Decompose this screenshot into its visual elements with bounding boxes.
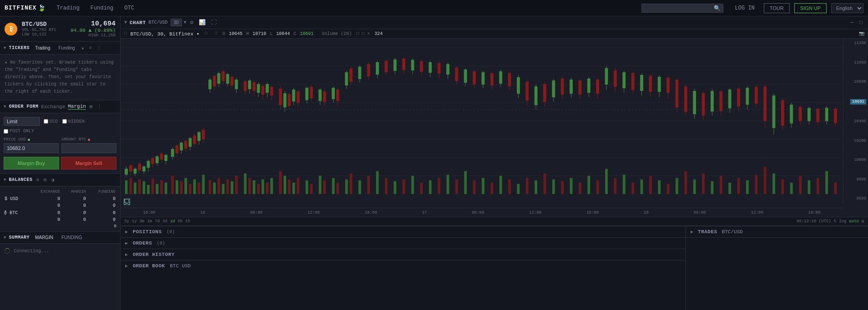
svg-rect-78 <box>570 178 573 194</box>
language-select[interactable]: English <box>831 3 863 13</box>
margin-buy-button[interactable]: Margin Buy <box>4 157 59 170</box>
tickers-trading-tab[interactable]: Trading <box>32 45 53 51</box>
post-only-input[interactable] <box>4 129 8 134</box>
svg-rect-56 <box>376 171 379 194</box>
chart-pair-select[interactable]: BTC/USD, 30, Bitfinex ▾ <box>130 31 199 37</box>
summary-margin-tab[interactable]: MARGIN <box>32 234 56 241</box>
time-range-7d[interactable]: 7d <box>155 219 160 224</box>
order-form-grid-icon[interactable]: ⊞ <box>89 103 94 110</box>
ohlc-h-label: H <box>246 31 249 36</box>
btc-exchange: 0 <box>28 209 61 216</box>
chart-footer-settings-icon[interactable]: ⚙ <box>862 219 864 224</box>
chart-canvas: 11200 11000 10800 10691 10400 10200 1000… <box>121 39 868 217</box>
exchange-tab[interactable]: Exchange <box>41 104 65 110</box>
chart-auto-btn[interactable]: auto <box>849 219 859 224</box>
time-label-4: 12:00 <box>308 210 320 215</box>
trades-arrow-icon: ▶ <box>691 229 693 235</box>
chart-pct-btn[interactable]: % <box>834 219 836 224</box>
ohlc-l-val: 10644 <box>276 31 290 36</box>
balances-list-icon[interactable]: ≡ <box>35 176 40 184</box>
tickers-menu-icon[interactable]: ⋮ <box>96 44 102 52</box>
usd-exchange: 0 <box>28 195 61 202</box>
svg-rect-252 <box>587 79 590 92</box>
time-range-1h[interactable]: 1h <box>186 219 191 224</box>
svg-rect-100 <box>764 167 767 194</box>
summary-body: Connecting... <box>0 244 120 258</box>
chart-settings-icon[interactable]: ⚙ <box>188 18 195 27</box>
btc2-margin: 0 <box>61 216 87 223</box>
login-button[interactable]: LOG IN <box>731 3 759 13</box>
summary-arrow-icon: ▼ <box>4 235 6 240</box>
svg-rect-154 <box>226 74 229 83</box>
svg-rect-88 <box>658 180 661 194</box>
svg-rect-142 <box>197 132 200 140</box>
svg-rect-136 <box>184 141 187 148</box>
svg-rect-238 <box>526 82 529 100</box>
svg-rect-176 <box>283 94 286 107</box>
balances-col-margin: MARGIN <box>61 188 87 195</box>
svg-rect-288 <box>746 88 749 105</box>
hidden-input[interactable] <box>62 119 67 124</box>
svg-rect-64 <box>447 175 449 194</box>
svg-rect-106 <box>817 178 819 194</box>
svg-rect-188 <box>319 90 322 101</box>
chart-camera-icon[interactable]: 📷 <box>859 31 864 36</box>
positions-count: (0) <box>167 230 175 235</box>
margin-tab[interactable]: Margin <box>68 104 86 110</box>
svg-rect-166 <box>257 85 260 93</box>
svg-rect-70 <box>500 176 502 194</box>
summary-funding-tab[interactable]: FUNDING <box>59 234 85 241</box>
oco-input[interactable] <box>44 119 48 124</box>
svg-rect-282 <box>720 92 722 111</box>
chart-maximize-icon[interactable]: □ <box>858 19 864 27</box>
positions-title: POSITIONS <box>133 229 162 235</box>
time-label-7: 06:00 <box>472 210 484 215</box>
chart-minimize-icon[interactable]: — <box>849 19 856 27</box>
nav-trading[interactable]: Trading <box>55 4 81 12</box>
time-range-1d[interactable]: 1d <box>170 219 175 224</box>
oco-label: OCO <box>50 119 58 124</box>
svg-rect-75 <box>544 174 546 194</box>
chart-eye-icon[interactable]: □ <box>203 30 209 37</box>
chart-interval-btn[interactable]: 30 <box>171 19 182 26</box>
chart-log-btn[interactable]: log <box>839 219 846 224</box>
order-form-menu-icon[interactable]: ⋮ <box>96 103 103 110</box>
tickers-funding-tab[interactable]: Funding <box>56 45 77 51</box>
tour-button[interactable]: TOUR <box>764 3 790 13</box>
tickers-star-icon[interactable]: ★ <box>81 44 86 52</box>
nav-funding[interactable]: Funding <box>89 4 115 12</box>
svg-rect-132 <box>176 145 178 153</box>
svg-rect-308 <box>834 109 837 123</box>
volume-section: Volume (20) □ □ ☓ 324 <box>322 31 383 36</box>
time-range-6h[interactable]: 6h <box>178 219 183 224</box>
balances-grid-icon[interactable]: ⊟ <box>43 176 48 184</box>
price-level-current: 10691 <box>845 99 866 105</box>
chart-fullscreen-icon[interactable]: ⛶ <box>209 18 218 27</box>
svg-rect-160 <box>244 82 247 91</box>
usd-margin: 0 <box>61 195 87 202</box>
margin-sell-button[interactable]: Margin Sell <box>61 157 116 170</box>
svg-rect-138 <box>189 138 192 146</box>
time-range-1y[interactable]: 1y <box>132 219 137 224</box>
nav-otc[interactable]: OTC <box>122 4 136 12</box>
chart-lock-icon[interactable]: □ <box>213 30 219 37</box>
chart-bars-icon[interactable]: 📊 <box>197 18 207 27</box>
order-type-select[interactable]: Limit <box>4 117 40 126</box>
signup-button[interactable]: SIGN UP <box>794 3 827 13</box>
time-range-1m[interactable]: 1m <box>147 219 152 224</box>
usd-funding: 0 <box>87 195 116 202</box>
time-range-3d[interactable]: 3d <box>162 219 167 224</box>
search-input[interactable] <box>641 4 723 13</box>
candlestick-chart <box>121 39 843 208</box>
tickers-search-icon[interactable]: ⌕ <box>88 44 93 52</box>
logo-text: BITFINEX <box>5 5 36 11</box>
price-input[interactable] <box>4 143 59 153</box>
balances-chart-icon[interactable]: ◑ <box>50 176 56 184</box>
time-range-3y[interactable]: 3y <box>124 219 129 224</box>
time-label-5: 18:00 <box>365 210 377 215</box>
chart-collapse-icon[interactable]: ▼ <box>124 20 127 25</box>
order-form-title: ORDER FORM <box>9 104 38 109</box>
amount-input[interactable] <box>61 143 116 153</box>
time-range-3m[interactable]: 3m <box>140 219 145 224</box>
balances-col-funding: FUNDING <box>87 188 116 195</box>
